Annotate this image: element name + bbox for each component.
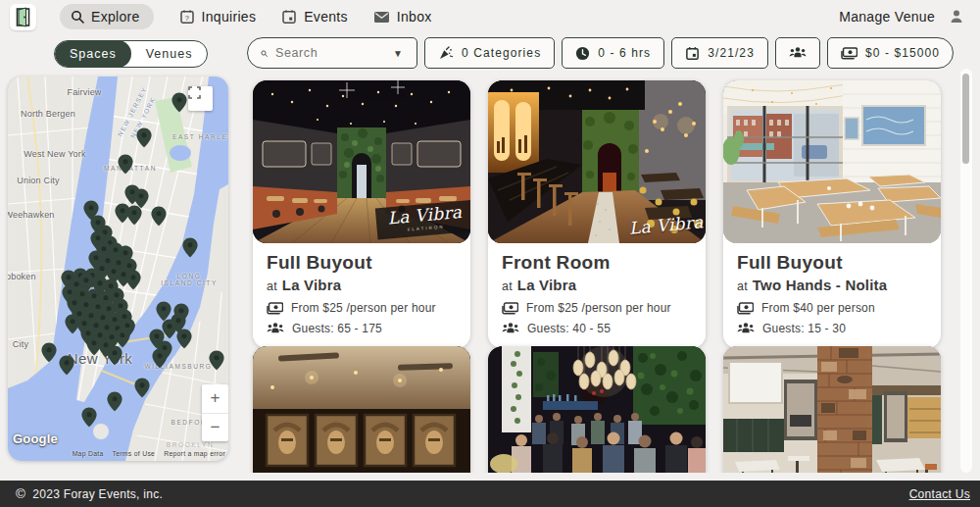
space-card[interactable]: [488, 346, 706, 473]
scrollbar-thumb[interactable]: [962, 74, 969, 164]
space-card[interactable]: La Vibra FLATIRON Full Buyout at La Vibr…: [253, 80, 470, 348]
filter-bar: ▼ 0 Categories 0 - 6 hrs: [247, 37, 954, 69]
account-icon[interactable]: [949, 9, 964, 25]
space-title: Full Buyout: [267, 252, 457, 274]
calendar-icon: [685, 46, 700, 61]
tab-events-label: Events: [304, 9, 348, 25]
map-data-link[interactable]: Map Data: [73, 450, 104, 457]
space-card[interactable]: [723, 346, 941, 473]
group-icon: [502, 322, 519, 335]
cash-icon: [737, 302, 754, 315]
group-icon: [789, 46, 807, 60]
report-error-link[interactable]: Report a map error: [164, 450, 225, 457]
guests-row: Guests: 65 - 175: [267, 322, 457, 335]
guests-row: Guests: 15 - 30: [737, 322, 927, 335]
dropdown-caret-icon: ▼: [393, 48, 404, 59]
zoom-in-button[interactable]: +: [202, 384, 228, 414]
envelope-icon: [373, 10, 390, 24]
venue-photo: [253, 346, 470, 473]
footer: © 2023 Foray Events, inc. Contact Us: [0, 481, 980, 507]
budget-filter[interactable]: $0 - $15000: [827, 37, 954, 69]
space-venue: at Two Hands - Nolita: [737, 277, 927, 294]
zoom-out-button[interactable]: −: [202, 414, 228, 442]
venue-photo: [723, 346, 941, 473]
space-card[interactable]: Full Buyout at Two Hands - Nolita From $…: [723, 80, 941, 348]
map-fullscreen-button[interactable]: [188, 86, 213, 111]
contact-us-link[interactable]: Contact Us: [909, 487, 970, 501]
spaces-venues-toggle: Spaces Venues: [54, 40, 208, 68]
price-row: From $25 /person per hour: [502, 301, 692, 315]
svg-text:?: ?: [184, 14, 188, 23]
calendar-icon: [281, 9, 297, 25]
card-body: Front Room at La Vibra From $25 /person …: [488, 243, 706, 348]
door-logo-icon: [14, 7, 32, 27]
guests-row: Guests: 40 - 55: [502, 322, 692, 335]
venue-photo: [488, 346, 706, 473]
calendar-question-icon: ?: [179, 9, 195, 25]
manage-venue-link[interactable]: Manage Venue: [839, 9, 935, 25]
price-row: From $40 per person: [737, 301, 927, 315]
map-zoom-control: + −: [202, 384, 228, 441]
results-list: La Vibra FLATIRON Full Buyout at La Vibr…: [239, 69, 980, 473]
date-filter-label: 3/21/23: [708, 46, 755, 60]
space-venue: at La Vibra: [267, 277, 457, 294]
map-pins-layer: [8, 76, 228, 461]
top-nav: Explore ? Inquiries Events: [0, 0, 980, 33]
venue-photo: La Vibra FLATIRON: [253, 80, 470, 243]
search-input[interactable]: [275, 46, 385, 60]
space-title: Front Room: [502, 252, 692, 274]
party-popper-icon: [438, 45, 454, 61]
fullscreen-icon: [188, 86, 201, 99]
search-box[interactable]: ▼: [247, 37, 417, 69]
tab-inquiries-label: Inquiries: [202, 9, 257, 25]
app-window: Explore ? Inquiries Events: [0, 0, 980, 507]
cash-icon: [267, 302, 283, 315]
card-body: Full Buyout at Two Hands - Nolita From $…: [723, 243, 941, 348]
nav-right: Manage Venue: [839, 9, 980, 25]
terms-link[interactable]: Terms of Use: [113, 450, 156, 457]
tab-inbox[interactable]: Inbox: [373, 9, 432, 25]
space-venue: at La Vibra: [502, 277, 692, 294]
budget-filter-label: $0 - $15000: [865, 46, 940, 60]
duration-filter-label: 0 - 6 hrs: [598, 46, 651, 60]
copyright-icon: ©: [16, 486, 25, 501]
google-logo[interactable]: Google: [13, 431, 58, 446]
space-title: Full Buyout: [737, 252, 927, 274]
search-icon: [261, 47, 268, 60]
venue-photo: La Vibra: [488, 80, 706, 243]
toggle-spaces[interactable]: Spaces: [55, 40, 131, 68]
guests-filter[interactable]: [775, 37, 820, 69]
duration-filter[interactable]: 0 - 6 hrs: [562, 37, 664, 69]
space-card[interactable]: [253, 346, 470, 473]
cash-icon: [502, 302, 518, 315]
toggle-venues[interactable]: Venues: [131, 40, 208, 68]
price-row: From $25 /person per hour: [267, 301, 457, 315]
tab-inbox-label: Inbox: [397, 9, 432, 25]
group-icon: [737, 322, 755, 335]
cash-icon: [841, 47, 858, 60]
clock-icon: [575, 46, 590, 61]
search-icon: [71, 10, 84, 24]
map-panel[interactable]: Fairview North Bergen West New York Unio…: [8, 76, 228, 461]
categories-filter[interactable]: 0 Categories: [424, 37, 555, 69]
group-icon: [267, 322, 284, 335]
date-filter[interactable]: 3/21/23: [671, 37, 768, 69]
tab-inquiries[interactable]: ? Inquiries: [179, 9, 257, 25]
tab-events[interactable]: Events: [281, 9, 348, 25]
foray-logo[interactable]: [10, 4, 36, 30]
venue-photo: [723, 80, 941, 243]
copyright-text: 2023 Foray Events, inc.: [32, 487, 163, 501]
map-pin-group[interactable]: [41, 92, 223, 427]
categories-filter-label: 0 Categories: [462, 46, 541, 60]
copyright: © 2023 Foray Events, inc.: [16, 486, 163, 501]
card-body: Full Buyout at La Vibra From $25 /person…: [253, 243, 470, 348]
tab-explore[interactable]: Explore: [60, 4, 154, 29]
tab-explore-label: Explore: [91, 9, 140, 25]
map-attribution: Map Data Terms of Use Report a map error: [73, 450, 225, 457]
space-card[interactable]: La Vibra Front Room at La Vibra From $25…: [488, 80, 706, 348]
